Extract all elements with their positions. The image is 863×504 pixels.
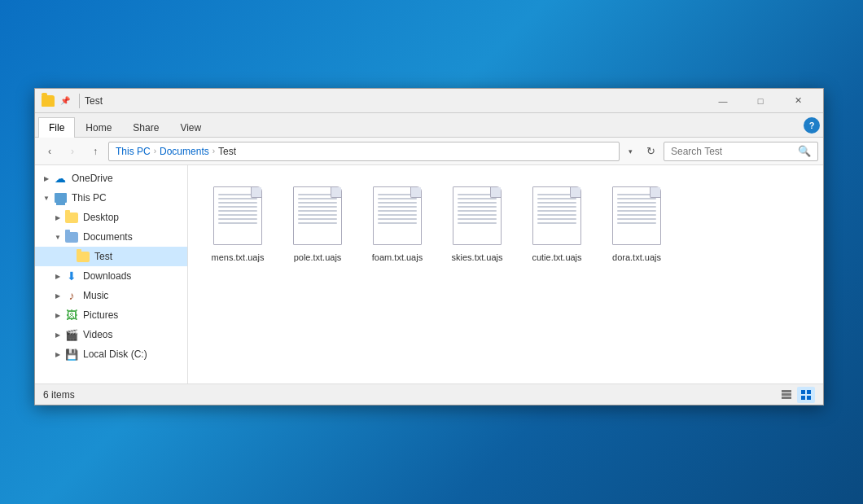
sidebar-item-onedrive[interactable]: ☁ OneDrive [35,169,187,188]
sidebar-label-desktop: Desktop [83,212,181,223]
title-bar: 📌 Test — □ ✕ [35,89,823,113]
address-dropdown[interactable]: ▾ [623,142,637,161]
sidebar-item-test[interactable]: Test [35,247,187,266]
file-name-cutie: cutie.txt.uajs [532,252,581,263]
view-toggle [778,387,815,403]
expand-arrow-this-pc[interactable] [42,193,51,203]
sidebar-label-test: Test [94,251,181,262]
tab-file[interactable]: File [38,117,75,138]
file-icon-skies [449,183,506,248]
sidebar-label-onedrive: OneDrive [72,173,181,184]
explorer-window: 📌 Test — □ ✕ File Home Share View ? ‹ › … [34,88,824,405]
file-icon-mens [209,183,266,248]
file-icon-dora [608,183,665,248]
sidebar: ☁ OneDrive This PC Desktop [35,165,188,383]
main-content: ☁ OneDrive This PC Desktop [35,165,823,383]
file-item-skies[interactable]: skies.txt.uajs [440,178,514,268]
onedrive-icon: ☁ [53,172,68,185]
tab-share[interactable]: Share [122,117,169,138]
address-path[interactable]: This PC › Documents › Test [108,142,620,161]
disk-icon: 💾 [64,348,79,361]
status-item-count: 6 items [43,389,778,401]
sidebar-label-music: Music [83,290,181,301]
forward-button[interactable]: › [63,142,82,161]
sidebar-item-pictures[interactable]: 🖼 Pictures [35,305,187,325]
expand-arrow-desktop[interactable] [53,213,63,222]
pictures-icon: 🖼 [64,309,79,322]
file-icon-pole [289,183,346,248]
file-icon-foam [369,183,426,248]
expand-arrow-onedrive[interactable] [42,173,51,183]
file-item-cutie[interactable]: cutie.txt.uajs [520,178,594,268]
documents-folder-icon [64,230,79,243]
path-chevron-2: › [212,147,215,156]
file-name-dora: dora.txt.uajs [612,252,661,263]
svg-rect-1 [782,393,791,396]
sidebar-item-music[interactable]: ♪ Music [35,286,187,305]
file-item-dora[interactable]: dora.txt.uajs [600,178,673,268]
path-current: Test [218,146,236,157]
expand-arrow-videos[interactable] [53,330,63,340]
expand-arrow-pictures[interactable] [53,310,63,320]
music-icon: ♪ [64,289,79,302]
title-folder-icon [42,95,55,107]
up-button[interactable]: ↑ [85,142,105,161]
file-area: mens.txt.uajs pole.txt.uajs [188,165,823,383]
maximize-button[interactable]: □ [742,89,779,113]
svg-rect-3 [801,390,805,394]
file-item-foam[interactable]: foam.txt.uajs [361,178,434,268]
expand-arrow-local-disk[interactable] [53,349,63,359]
sidebar-item-desktop[interactable]: Desktop [35,208,187,227]
expand-arrow-downloads[interactable] [53,271,63,281]
sidebar-item-videos[interactable]: 🎬 Videos [35,325,187,344]
pc-icon [53,191,68,204]
tab-view[interactable]: View [169,117,212,138]
search-icon[interactable]: 🔍 [798,145,811,157]
svg-rect-0 [782,390,791,392]
file-name-skies: skies.txt.uajs [452,252,503,263]
search-box: 🔍 [664,142,818,161]
expand-arrow-documents[interactable] [53,232,63,242]
tab-home[interactable]: Home [75,117,122,138]
status-bar: 6 items [35,383,823,405]
sidebar-label-pictures: Pictures [83,309,181,321]
title-pin-icon[interactable]: 📌 [59,95,71,107]
file-name-foam: foam.txt.uajs [372,252,423,263]
file-name-mens: mens.txt.uajs [212,252,265,263]
svg-rect-6 [807,396,811,400]
svg-rect-4 [807,390,811,394]
file-item-pole[interactable]: pole.txt.uajs [281,178,354,268]
window-controls: — □ ✕ [704,89,817,113]
sidebar-item-downloads[interactable]: ⬇ Downloads [35,266,187,286]
address-bar: ‹ › ↑ This PC › Documents › Test ▾ ↻ 🔍 [35,138,823,165]
title-bar-separator [79,94,80,108]
title-bar-text: Test [85,95,704,107]
file-item-mens[interactable]: mens.txt.uajs [201,178,274,268]
videos-icon: 🎬 [64,328,79,341]
desktop-folder-icon [64,211,79,224]
title-bar-icons: 📌 [42,94,85,108]
sidebar-label-downloads: Downloads [83,270,181,282]
close-button[interactable]: ✕ [779,89,817,113]
sidebar-label-documents: Documents [83,231,181,243]
search-input[interactable] [671,146,793,157]
tiles-view-button[interactable] [797,387,815,403]
sidebar-label-videos: Videos [83,329,181,340]
details-view-button[interactable] [778,387,795,403]
file-name-pole: pole.txt.uajs [294,252,342,263]
sidebar-label-local-disk: Local Disk (C:) [83,348,181,360]
expand-arrow-music[interactable] [53,291,63,300]
sidebar-item-documents[interactable]: Documents [35,227,187,247]
downloads-icon: ⬇ [64,270,79,283]
refresh-button[interactable]: ↻ [641,142,660,161]
minimize-button[interactable]: — [704,89,742,113]
back-button[interactable]: ‹ [40,142,59,161]
help-button[interactable]: ? [804,117,820,134]
path-chevron-1: › [154,147,156,156]
sidebar-item-this-pc[interactable]: This PC [35,188,187,208]
sidebar-item-local-disk[interactable]: 💾 Local Disk (C:) [35,344,187,364]
path-this-pc[interactable]: This PC [116,146,151,157]
file-icon-cutie [528,183,585,248]
path-documents[interactable]: Documents [160,146,209,157]
sidebar-label-this-pc: This PC [72,192,181,204]
